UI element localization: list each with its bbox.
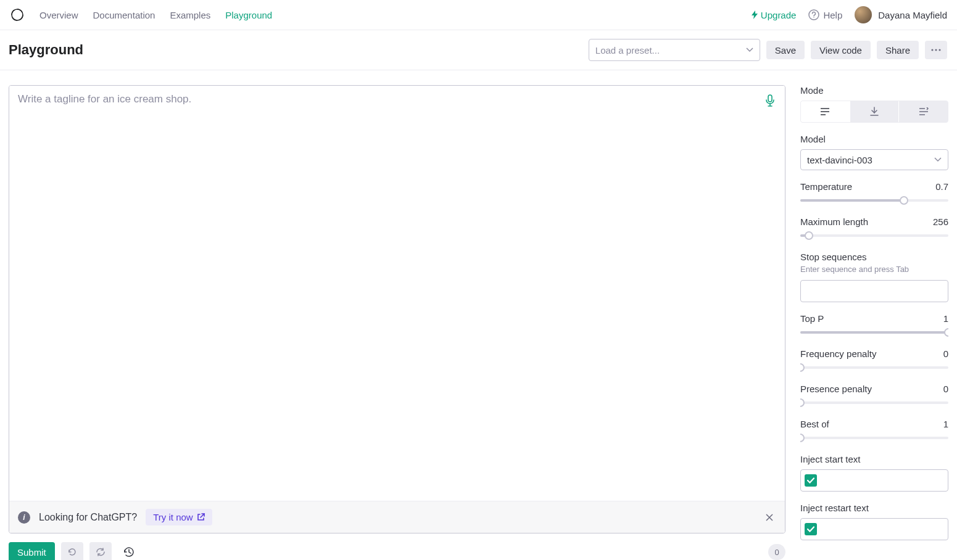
main: i Looking for ChatGPT? Try it now bbox=[0, 70, 957, 560]
temperature-slider[interactable] bbox=[800, 196, 948, 205]
inject-start-input[interactable] bbox=[821, 470, 944, 491]
chevron-down-icon bbox=[934, 157, 942, 162]
more-button[interactable] bbox=[925, 41, 947, 59]
external-link-icon bbox=[197, 513, 205, 521]
banner-text: Looking for ChatGPT? bbox=[39, 512, 137, 523]
presence-penalty-slider[interactable] bbox=[800, 398, 948, 408]
top-p-value: 1 bbox=[943, 313, 948, 324]
max-length-slider[interactable] bbox=[800, 231, 948, 241]
best-of-label: Best of bbox=[800, 419, 829, 429]
inject-restart-input-row bbox=[800, 518, 948, 540]
presence-penalty-group: Presence penalty 0 bbox=[800, 384, 948, 408]
max-length-group: Maximum length 256 bbox=[800, 216, 948, 241]
model-select[interactable]: text-davinci-003 bbox=[800, 149, 948, 170]
model-value: text-davinci-003 bbox=[807, 155, 872, 165]
prompt-textarea[interactable] bbox=[9, 86, 785, 501]
temperature-label: Temperature bbox=[800, 181, 852, 192]
editor-column: i Looking for ChatGPT? Try it now bbox=[9, 85, 785, 560]
settings-sidebar: Mode Model bbox=[800, 85, 948, 560]
footer-left: Submit bbox=[9, 542, 140, 560]
editor-box: i Looking for ChatGPT? Try it now bbox=[9, 85, 785, 533]
mic-button[interactable] bbox=[761, 92, 779, 109]
top-p-label: Top P bbox=[800, 313, 824, 324]
top-p-slider[interactable] bbox=[800, 327, 948, 337]
mode-complete-button[interactable] bbox=[801, 101, 850, 122]
stop-sequences-hint: Enter sequence and press Tab bbox=[800, 265, 948, 274]
regenerate-button[interactable] bbox=[89, 542, 112, 560]
help-label: Help bbox=[823, 10, 842, 20]
undo-button[interactable] bbox=[61, 542, 83, 560]
presence-penalty-label: Presence penalty bbox=[800, 384, 872, 394]
upgrade-link[interactable]: Upgrade bbox=[751, 10, 797, 20]
submit-button[interactable]: Submit bbox=[9, 542, 55, 560]
question-icon bbox=[808, 9, 819, 20]
inject-restart-checkbox[interactable] bbox=[805, 523, 817, 535]
user-menu[interactable]: Dayana Mayfield bbox=[855, 6, 947, 23]
max-length-value: 256 bbox=[933, 216, 948, 227]
nav-link-documentation[interactable]: Documentation bbox=[93, 10, 155, 20]
chatgpt-banner: i Looking for ChatGPT? Try it now bbox=[9, 501, 785, 533]
inject-start-checkbox[interactable] bbox=[805, 474, 817, 487]
save-button[interactable]: Save bbox=[766, 41, 805, 59]
svg-point-2 bbox=[814, 17, 814, 18]
mode-complete-icon bbox=[820, 107, 830, 116]
chevron-down-icon bbox=[746, 47, 753, 52]
nav-link-playground[interactable]: Playground bbox=[225, 10, 272, 20]
max-length-label: Maximum length bbox=[800, 216, 868, 227]
top-p-group: Top P 1 bbox=[800, 313, 948, 337]
info-icon: i bbox=[18, 511, 30, 524]
banner-left: i Looking for ChatGPT? Try it now bbox=[18, 509, 212, 525]
preset-placeholder: Load a preset... bbox=[595, 45, 660, 56]
frequency-penalty-label: Frequency penalty bbox=[800, 348, 876, 359]
sub-header-actions: Load a preset... Save View code Share bbox=[589, 39, 947, 61]
mode-label: Mode bbox=[800, 85, 948, 96]
nav-link-examples[interactable]: Examples bbox=[170, 10, 210, 20]
model-label: Model bbox=[800, 134, 948, 144]
history-button[interactable] bbox=[118, 542, 140, 560]
banner-close-button[interactable] bbox=[763, 511, 776, 524]
presence-penalty-value: 0 bbox=[943, 384, 948, 394]
frequency-penalty-slider[interactable] bbox=[800, 363, 948, 373]
inject-restart-group: Inject restart text bbox=[800, 503, 948, 540]
stop-sequences-input[interactable] bbox=[800, 280, 948, 302]
try-it-now-link[interactable]: Try it now bbox=[146, 509, 212, 525]
mode-edit-button[interactable] bbox=[899, 101, 948, 122]
best-of-slider[interactable] bbox=[800, 433, 948, 443]
top-nav-right: Upgrade Help Dayana Mayfield bbox=[751, 6, 947, 23]
svg-point-1 bbox=[809, 10, 819, 20]
best-of-value: 1 bbox=[943, 419, 948, 429]
best-of-group: Best of 1 bbox=[800, 419, 948, 443]
lightning-icon bbox=[751, 10, 758, 19]
inject-start-group: Inject start text bbox=[800, 454, 948, 492]
help-link[interactable]: Help bbox=[808, 9, 842, 20]
editor-footer: Submit 0 bbox=[9, 533, 785, 560]
logo-icon[interactable] bbox=[10, 7, 25, 22]
mode-group: Mode bbox=[800, 85, 948, 123]
svg-point-4 bbox=[935, 49, 937, 51]
preset-select[interactable]: Load a preset... bbox=[589, 39, 760, 61]
stop-sequences-group: Stop sequences Enter sequence and press … bbox=[800, 252, 948, 302]
share-button[interactable]: Share bbox=[877, 41, 919, 59]
temperature-group: Temperature 0.7 bbox=[800, 181, 948, 205]
nav-link-overview[interactable]: Overview bbox=[39, 10, 78, 20]
try-it-now-label: Try it now bbox=[153, 512, 193, 522]
mode-edit-icon bbox=[919, 107, 929, 116]
ellipsis-icon bbox=[931, 49, 941, 51]
avatar bbox=[855, 6, 872, 23]
model-group: Model text-davinci-003 bbox=[800, 134, 948, 170]
inject-restart-input[interactable] bbox=[821, 519, 944, 540]
inject-start-input-row bbox=[800, 469, 948, 492]
top-nav-left: Overview Documentation Examples Playgrou… bbox=[10, 7, 272, 22]
page-title: Playground bbox=[9, 42, 83, 58]
frequency-penalty-group: Frequency penalty 0 bbox=[800, 348, 948, 373]
upgrade-label: Upgrade bbox=[761, 10, 797, 20]
history-icon bbox=[123, 546, 135, 558]
mode-insert-button[interactable] bbox=[850, 101, 900, 122]
view-code-button[interactable]: View code bbox=[811, 41, 871, 59]
temperature-value: 0.7 bbox=[935, 181, 948, 192]
svg-point-3 bbox=[931, 49, 933, 51]
stop-sequences-label: Stop sequences bbox=[800, 252, 948, 262]
inject-start-label: Inject start text bbox=[800, 454, 948, 464]
mode-toggle bbox=[800, 101, 948, 123]
svg-point-5 bbox=[938, 49, 940, 51]
